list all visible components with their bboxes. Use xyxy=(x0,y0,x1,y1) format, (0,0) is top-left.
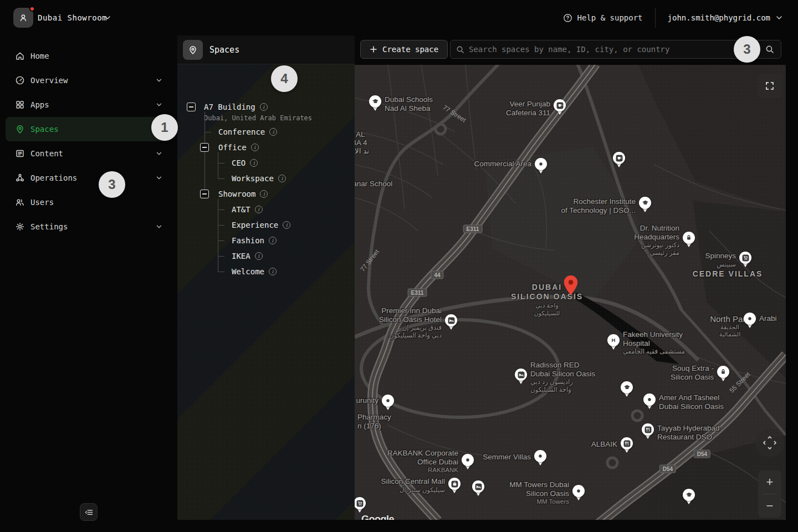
tree-item-workspace[interactable]: Workspacei xyxy=(232,174,286,183)
user-menu[interactable]: john.smith@phygrid.com xyxy=(668,13,784,22)
chevron-down-icon xyxy=(155,101,163,109)
tree-item-at-t[interactable]: AT&Ti xyxy=(232,205,263,214)
spaces-panel: Spaces A7 BuildingiDubai, United Arab Em… xyxy=(177,35,355,520)
sidebar-item-label: Users xyxy=(30,198,54,207)
tree-item-label: Experience xyxy=(232,221,278,229)
home-icon xyxy=(15,51,25,61)
map-area-label: CEDRE VILLAS xyxy=(693,269,763,279)
topbar-divider xyxy=(655,8,656,28)
annotation-badge: 4 xyxy=(271,65,298,92)
fullscreen-icon xyxy=(765,81,775,91)
sidebar-nav: HomeOverviewAppsSpacesContentOperationsU… xyxy=(0,35,177,239)
top-bar: Dubai Showroom Help & support john.smith… xyxy=(0,0,798,35)
user-email: john.smith@phygrid.com xyxy=(668,13,770,22)
tree-line xyxy=(218,225,224,226)
tree-item-conference[interactable]: Conferencei xyxy=(218,127,277,136)
org-name[interactable]: Dubai Showroom xyxy=(38,0,107,35)
map-poi-label: Commercial Area xyxy=(474,160,531,168)
road-shield: 44 xyxy=(431,271,443,279)
sidebar: HomeOverviewAppsSpacesContentOperationsU… xyxy=(0,35,177,532)
search-icon xyxy=(765,45,774,54)
map-marker-red[interactable] xyxy=(564,275,578,295)
sidebar-item-users[interactable]: Users xyxy=(6,190,172,214)
tree-item-label: Welcome xyxy=(232,267,264,276)
info-icon[interactable]: i xyxy=(269,268,277,275)
road-shield: D54 xyxy=(659,465,676,473)
map-poi-label: Souq Extra -Silicon Oasis xyxy=(671,364,714,381)
tree-line xyxy=(204,132,211,132)
tree-item-ceo[interactable]: CEOi xyxy=(232,158,258,167)
spaces-panel-header: Spaces xyxy=(177,35,355,64)
tree-item-welcome[interactable]: Welcomei xyxy=(232,267,277,276)
info-icon[interactable]: i xyxy=(251,144,259,151)
nodes-icon xyxy=(15,173,25,183)
gauge-icon xyxy=(15,75,25,85)
help-support-button[interactable]: Help & support xyxy=(563,13,643,23)
tree-collapse-toggle[interactable] xyxy=(187,103,196,111)
search-icon xyxy=(456,45,464,54)
pan-control[interactable] xyxy=(755,428,784,457)
zoom-in-button[interactable]: + xyxy=(758,470,781,494)
org-avatar[interactable] xyxy=(13,8,33,28)
tree-collapse-toggle[interactable] xyxy=(200,143,209,152)
collapse-sidebar-button[interactable] xyxy=(80,503,98,521)
tree-item-fashion[interactable]: Fashioni xyxy=(232,236,277,245)
info-icon[interactable]: i xyxy=(269,128,277,136)
tree-item-showroom[interactable]: Showroomi xyxy=(218,190,268,198)
tree-item-experience[interactable]: Experiencei xyxy=(232,221,290,229)
map-poi-label: Arabi xyxy=(759,314,777,323)
tree-item-a7-building[interactable]: A7 Buildingi xyxy=(204,103,268,111)
map-poi-label: urunity xyxy=(356,396,378,405)
map-poi-label: Silicon Central Mallسيليكون سنتر ال xyxy=(381,477,445,494)
chevron-down-icon[interactable] xyxy=(103,13,112,22)
info-icon[interactable]: i xyxy=(278,175,286,182)
map-poi-label: Tayyab HyderabadRestaurant DSO xyxy=(657,424,720,441)
tree-item-label: Showroom xyxy=(218,190,255,198)
info-icon[interactable]: i xyxy=(250,159,258,167)
tree-item-ikea[interactable]: IKEAi xyxy=(232,252,263,260)
tree-item-label: A7 Building xyxy=(204,103,255,111)
sidebar-item-content[interactable]: Content xyxy=(6,141,172,166)
sidebar-item-operations[interactable]: Operations xyxy=(6,166,172,190)
fullscreen-button[interactable] xyxy=(758,74,782,98)
sidebar-item-label: Home xyxy=(30,52,49,60)
info-icon[interactable]: i xyxy=(260,190,268,198)
spaces-search xyxy=(450,40,781,59)
tree-line xyxy=(218,272,224,272)
chevron-down-icon xyxy=(155,174,163,182)
map-area-label: BA 4 xyxy=(355,139,367,147)
tree-item-office[interactable]: Officei xyxy=(218,143,259,152)
sidebar-item-spaces[interactable]: Spaces xyxy=(6,117,172,141)
chevron-down-icon xyxy=(775,13,784,22)
zoom-out-button[interactable]: − xyxy=(758,494,781,518)
sidebar-item-settings[interactable]: Settings xyxy=(6,214,172,239)
create-space-label: Create space xyxy=(382,45,438,54)
sidebar-item-home[interactable]: Home xyxy=(6,44,172,68)
map-canvas[interactable]: Google + − Dubai SchoolsNad Al ShebaVeer… xyxy=(355,65,786,520)
tree-item-label: Office xyxy=(218,143,247,152)
info-icon[interactable]: i xyxy=(255,252,263,260)
sidebar-item-label: Content xyxy=(30,149,63,158)
help-icon xyxy=(563,13,572,23)
person-icon xyxy=(18,13,28,23)
tree-collapse-toggle[interactable] xyxy=(200,190,209,198)
tree-line xyxy=(218,178,224,179)
tree-line xyxy=(218,209,224,210)
info-icon[interactable]: i xyxy=(260,103,268,111)
search-submit-button[interactable] xyxy=(758,40,781,58)
info-icon[interactable]: i xyxy=(269,237,277,244)
sidebar-item-overview[interactable]: Overview xyxy=(6,68,172,93)
map-poi-label: Fakeeh UniversityHospitalمستشفى فقيه الج… xyxy=(623,330,685,355)
sidebar-item-apps[interactable]: Apps xyxy=(6,93,172,117)
spaces-pin-button[interactable] xyxy=(183,40,203,60)
create-space-button[interactable]: Create space xyxy=(360,40,448,59)
search-input[interactable] xyxy=(469,40,758,58)
annotation-badge: 3 xyxy=(99,171,125,198)
tree-line xyxy=(218,163,224,163)
info-icon[interactable]: i xyxy=(283,221,290,229)
sidebar-item-label: Settings xyxy=(30,222,68,231)
info-icon[interactable]: i xyxy=(255,206,263,213)
google-attribution: Google xyxy=(361,514,394,520)
map-poi-label: Premier Inn DubaiSilicon Oasis Hotelفندق… xyxy=(379,306,442,339)
users-icon xyxy=(15,197,25,207)
